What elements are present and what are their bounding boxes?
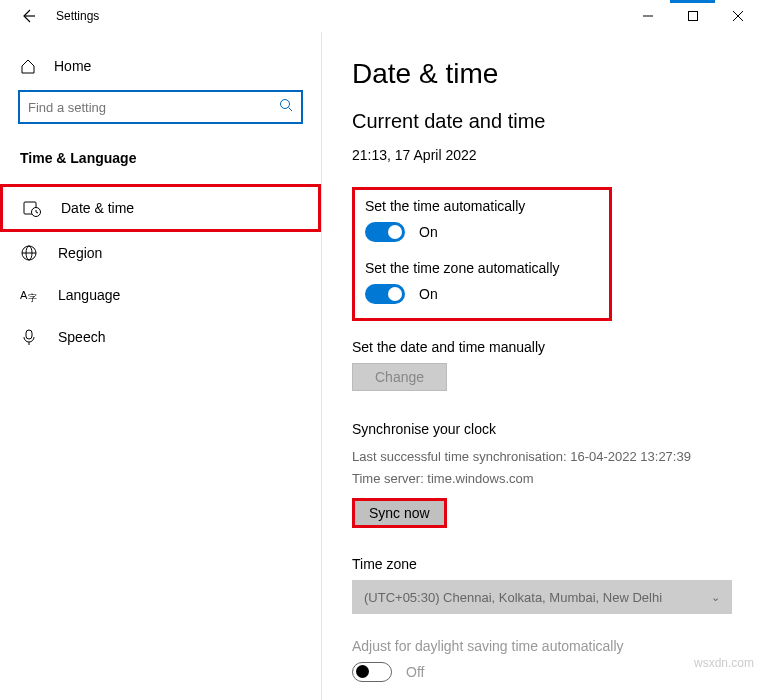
section-title: Time & Language — [0, 150, 321, 184]
svg-text:A: A — [20, 289, 28, 301]
maximize-icon — [688, 11, 698, 21]
arrow-left-icon — [20, 8, 36, 24]
window-title: Settings — [56, 9, 99, 23]
dst-label: Adjust for daylight saving time automati… — [352, 638, 730, 654]
set-tz-auto-toggle[interactable] — [365, 284, 405, 304]
back-button[interactable] — [16, 8, 40, 24]
sidebar-item-speech[interactable]: Speech — [0, 316, 321, 358]
language-icon: A字 — [20, 286, 38, 304]
sync-now-button[interactable]: Sync now — [352, 498, 447, 528]
dst-state: Off — [406, 664, 424, 680]
sidebar-item-label: Language — [58, 287, 120, 303]
home-icon — [20, 58, 36, 74]
sidebar: Home Time & Language Date & time Region … — [0, 32, 322, 700]
minimize-icon — [643, 11, 653, 21]
svg-line-6 — [289, 108, 293, 112]
set-time-auto-state: On — [419, 224, 438, 240]
current-datetime: 21:13, 17 April 2022 — [352, 147, 730, 163]
sidebar-item-label: Date & time — [61, 200, 134, 216]
globe-icon — [20, 244, 38, 262]
set-time-auto-label: Set the time automatically — [365, 198, 599, 214]
manual-label: Set the date and time manually — [352, 339, 730, 355]
svg-rect-16 — [26, 330, 32, 339]
svg-text:字: 字 — [28, 293, 37, 303]
tz-label: Time zone — [352, 556, 730, 572]
sidebar-item-region[interactable]: Region — [0, 232, 321, 274]
svg-rect-2 — [688, 12, 697, 21]
sidebar-item-label: Speech — [58, 329, 105, 345]
sync-title: Synchronise your clock — [352, 421, 730, 437]
search-icon — [279, 98, 293, 116]
set-tz-auto-state: On — [419, 286, 438, 302]
svg-point-5 — [281, 100, 290, 109]
sidebar-item-language[interactable]: A字 Language — [0, 274, 321, 316]
clock-calendar-icon — [23, 199, 41, 217]
search-input[interactable] — [20, 100, 267, 115]
maximize-button[interactable] — [670, 0, 715, 32]
watermark: wsxdn.com — [694, 656, 754, 670]
titlebar: Settings — [0, 0, 760, 32]
chevron-down-icon: ⌄ — [711, 591, 720, 604]
microphone-icon — [20, 328, 38, 346]
sync-server: Time server: time.windows.com — [352, 469, 730, 489]
search-box[interactable] — [18, 90, 303, 124]
set-tz-auto-label: Set the time zone automatically — [365, 260, 599, 276]
dst-toggle — [352, 662, 392, 682]
timezone-dropdown: (UTC+05:30) Chennai, Kolkata, Mumbai, Ne… — [352, 580, 732, 614]
close-icon — [733, 11, 743, 21]
timezone-value: (UTC+05:30) Chennai, Kolkata, Mumbai, Ne… — [364, 590, 662, 605]
minimize-button[interactable] — [625, 0, 670, 32]
page-subtitle: Current date and time — [352, 110, 730, 133]
sidebar-item-date-time[interactable]: Date & time — [0, 184, 321, 232]
home-nav[interactable]: Home — [0, 50, 321, 90]
set-time-auto-toggle[interactable] — [365, 222, 405, 242]
home-label: Home — [54, 58, 91, 74]
content-area: Date & time Current date and time 21:13,… — [322, 32, 760, 700]
sidebar-item-label: Region — [58, 245, 102, 261]
close-button[interactable] — [715, 0, 760, 32]
page-title: Date & time — [352, 58, 730, 90]
sync-last: Last successful time synchronisation: 16… — [352, 447, 730, 467]
change-button: Change — [352, 363, 447, 391]
